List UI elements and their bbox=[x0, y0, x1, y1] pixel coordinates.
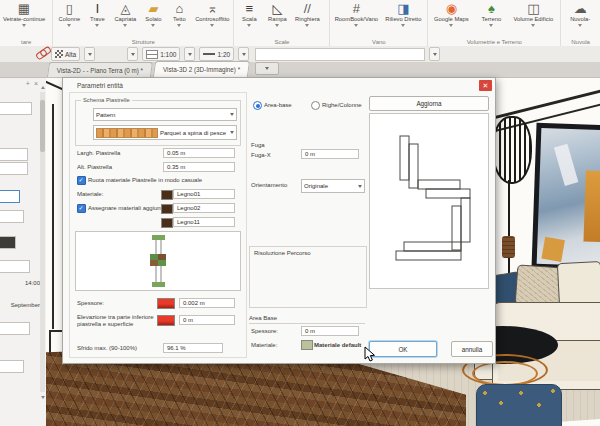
scroll-up-arrow[interactable] bbox=[40, 84, 45, 91]
field-dropdown-button[interactable] bbox=[429, 47, 440, 61]
alt-piastrella-field[interactable]: 0.35 m bbox=[163, 162, 235, 172]
quality-alta-button[interactable]: Alta bbox=[51, 47, 80, 61]
panel-toggle[interactable] bbox=[0, 190, 20, 203]
ribbon-button-tetto[interactable]: ⌂ Tetto bbox=[166, 2, 192, 38]
ribbon-button-ringhiera[interactable]: // Ringhiera bbox=[291, 2, 323, 38]
elevazione-field[interactable]: 0 m bbox=[179, 315, 235, 325]
ribbon-group-strutture: ▯ Colonne Ⅰ Trave ◬ Capriata ▰ Solaio ⌂ bbox=[53, 0, 234, 46]
panel-header-icons[interactable]: + × bbox=[26, 80, 38, 87]
chevron-down-icon bbox=[433, 53, 437, 56]
link-icon[interactable] bbox=[35, 48, 48, 60]
drawing-scale-button[interactable]: 1:100 bbox=[142, 47, 180, 61]
panel-tool-icon[interactable] bbox=[0, 236, 16, 249]
scrollbar-thumb[interactable] bbox=[40, 100, 45, 152]
fuga-x-label: Fuga-X bbox=[251, 152, 271, 158]
annulla-button[interactable]: annulla bbox=[451, 341, 493, 357]
ok-button[interactable]: OK bbox=[369, 341, 437, 357]
ribbon-button-capriata[interactable]: ◬ Capriata bbox=[110, 2, 140, 38]
ribbon-button-label: Terreno bbox=[482, 16, 502, 23]
ribbon-group-label: Scale bbox=[234, 38, 329, 46]
pattern-quality-icon bbox=[55, 50, 63, 58]
ribbon-button-controsoffitto[interactable]: ⌅ Controsoffitto bbox=[192, 2, 232, 38]
largh-piastrella-field[interactable]: 0.05 m bbox=[163, 148, 235, 158]
tab-label: Vista-2D - - Piano Terra (0 m) * bbox=[57, 67, 143, 74]
panel-field[interactable] bbox=[0, 102, 32, 115]
blue-floor-cushion bbox=[476, 384, 562, 426]
ribbon-button-rampa[interactable]: ◺ Rampa bbox=[263, 2, 291, 38]
ribbon-button-colonne[interactable]: ▯ Colonne bbox=[54, 2, 84, 38]
quick-settings-toolbar: Alta 1:100 1:20 bbox=[0, 46, 600, 63]
line-scale-button[interactable]: 1:20 bbox=[199, 47, 234, 61]
beam-icon: Ⅰ bbox=[95, 2, 99, 16]
artwork-orange-shape bbox=[583, 170, 600, 241]
ribbon-button-nuvola[interactable]: ☁ Nuvola- bbox=[562, 2, 598, 38]
texture-select[interactable]: Parquet a spina di pesce bbox=[93, 125, 237, 140]
panel-field[interactable] bbox=[0, 148, 28, 161]
materiale-default-label: Materiale default bbox=[314, 342, 361, 348]
orientamento-select[interactable]: Originale bbox=[301, 179, 365, 193]
righe-colonne-radio[interactable] bbox=[311, 101, 320, 110]
panel-field[interactable] bbox=[0, 210, 24, 223]
pin-icon[interactable]: + bbox=[26, 80, 30, 87]
assegnare-materiali-checkbox[interactable] bbox=[77, 204, 86, 213]
ribbon-button-trave[interactable]: Ⅰ Trave bbox=[84, 2, 110, 38]
materiale3-field[interactable]: Legno11 bbox=[173, 217, 235, 227]
month-value: September bbox=[11, 302, 40, 308]
extra-dropdown-button[interactable] bbox=[238, 47, 249, 61]
ribbon-button-rilievo-diretto[interactable]: ◨ Rilievo Diretto bbox=[381, 2, 425, 38]
curtain-wall-icon: ▦ bbox=[18, 2, 30, 16]
sfrido-label: Sfrido max. (90-100%) bbox=[77, 345, 137, 351]
panel-field[interactable] bbox=[0, 260, 30, 273]
ribbon-button-roombook-vano[interactable]: # RoomBook/Vano bbox=[331, 2, 381, 38]
dialog-close-button[interactable]: ✕ bbox=[479, 80, 492, 91]
quality-label: Alta bbox=[65, 51, 76, 58]
chevron-down-icon bbox=[578, 24, 582, 27]
terrain-tree-icon: ♠ bbox=[488, 2, 495, 16]
ribbon-button-volume-edificio[interactable]: ◫ Volume Edificio bbox=[509, 2, 557, 38]
scroll-down-arrow[interactable] bbox=[40, 394, 45, 401]
scale-dropdown-button[interactable] bbox=[127, 47, 138, 61]
ribbon-group-scale: ≡ Scala ◺ Rampa // Ringhiera Scale bbox=[234, 0, 330, 46]
quality-dropdown-button[interactable] bbox=[84, 47, 95, 61]
tab-vista-3d-immagine[interactable]: Vista-3D 2 (3D-Immagine) * bbox=[153, 61, 250, 77]
tab-vista-2d-piano-terra[interactable]: Vista-2D - - Piano Terra (0 m) * bbox=[47, 62, 153, 77]
chevron-down-icon bbox=[230, 113, 234, 116]
ribbon-button-terreno[interactable]: ♠ Terreno bbox=[473, 2, 509, 38]
view-tab-bar: Vista-2D - - Piano Terra (0 m) * Vista-3… bbox=[0, 62, 600, 78]
materiale-field[interactable]: Legno01 bbox=[173, 189, 235, 199]
areabase-spessore-field[interactable]: 0 m bbox=[301, 326, 359, 336]
time-value: 14:00 bbox=[25, 280, 40, 286]
survey-icon: ◨ bbox=[397, 2, 409, 16]
panel-field[interactable] bbox=[0, 360, 24, 373]
close-icon[interactable]: × bbox=[34, 80, 38, 87]
line-scale-dropdown-button[interactable] bbox=[184, 47, 195, 61]
chevron-down-icon bbox=[131, 53, 135, 56]
area-base-radio[interactable] bbox=[253, 101, 262, 110]
toolbar-text-field[interactable] bbox=[255, 48, 425, 61]
panel-scrollbar[interactable] bbox=[40, 92, 45, 392]
drawing-scale-value: 1:100 bbox=[160, 51, 176, 58]
fuga-group-label: Fuga bbox=[251, 142, 265, 148]
ribbon-button-vetrate-continue[interactable]: ▦ Vetrate-continue bbox=[1, 2, 47, 38]
fuga-x-field[interactable]: 0 m bbox=[301, 149, 359, 159]
materiale2-field[interactable]: Legno02 bbox=[173, 203, 235, 213]
ribbon-button-label: Rilievo Diretto bbox=[385, 16, 421, 23]
legno11-swatch bbox=[161, 218, 173, 228]
ribbon-button-solaio[interactable]: ▰ Solaio bbox=[140, 2, 166, 38]
sfrido-field[interactable]: 96.1 % bbox=[163, 343, 223, 353]
spessore-field[interactable]: 0.002 m bbox=[179, 298, 235, 308]
ribbon-button-google-maps[interactable]: ◉ Google Maps bbox=[429, 2, 473, 38]
ribbon-group-label: Volumetrie e Terreno bbox=[428, 38, 560, 46]
pattern-select[interactable]: Pattern bbox=[93, 108, 237, 121]
stairs-icon: ≡ bbox=[246, 2, 254, 16]
panel-field[interactable] bbox=[0, 322, 30, 335]
panel-field[interactable] bbox=[0, 162, 28, 175]
aggiorna-button[interactable]: Aggiorna bbox=[369, 96, 489, 111]
chevron-down-icon bbox=[242, 53, 246, 56]
map-marker-icon: ◉ bbox=[446, 2, 457, 16]
ruota-materiale-checkbox[interactable] bbox=[77, 176, 86, 185]
tab-list-dropdown-button[interactable] bbox=[255, 62, 279, 75]
ribbon-group-volumetrie: ◉ Google Maps ♠ Terreno ◫ Volume Edifici… bbox=[428, 0, 561, 46]
artwork-white-streak bbox=[554, 144, 578, 186]
ribbon-button-scala[interactable]: ≡ Scala bbox=[235, 2, 263, 38]
